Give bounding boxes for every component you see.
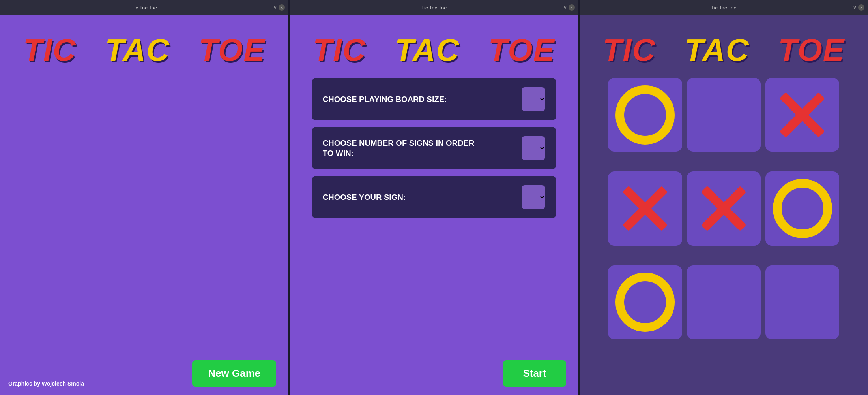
- cell-2-2[interactable]: [765, 265, 839, 339]
- window-title-2: Tic Tac Toe: [421, 5, 447, 11]
- sign-choice-label: CHOOSE YOUR SIGN:: [323, 192, 406, 202]
- title-tac-3: TAC: [685, 32, 749, 68]
- chevron-icon-2[interactable]: ∨: [563, 5, 567, 10]
- start-button[interactable]: Start: [503, 360, 566, 387]
- title-tac-1: TAC: [105, 32, 170, 68]
- title-tac-2: TAC: [395, 32, 460, 68]
- game-title-3: TIC TAC TOE: [602, 34, 845, 66]
- cell-2-0[interactable]: [608, 265, 682, 339]
- cell-0-0[interactable]: [608, 78, 682, 152]
- title-toe-3: TOE: [778, 32, 845, 68]
- cell-1-1[interactable]: [687, 171, 761, 245]
- chevron-icon-1[interactable]: ∨: [273, 5, 277, 10]
- game-board: [608, 78, 839, 354]
- titlebar-3: Tic Tac Toe ∨ ×: [580, 0, 868, 15]
- close-button-2[interactable]: ×: [569, 4, 575, 11]
- cell-1-2[interactable]: [765, 171, 839, 245]
- title-toe-1: TOE: [199, 32, 266, 68]
- game-title-1: TIC TAC TOE: [23, 34, 266, 66]
- titlebar-controls-3: ∨ ×: [853, 4, 864, 11]
- chevron-icon-3[interactable]: ∨: [853, 5, 857, 10]
- title-tic-2: TIC: [313, 32, 366, 68]
- signs-to-win-label: CHOOSE NUMBER OF SIGNS IN ORDER TO WIN:: [323, 138, 479, 158]
- cell-0-1[interactable]: [687, 78, 761, 152]
- titlebar-controls-1: ∨ ×: [273, 4, 285, 11]
- window-title-3: Tic Tac Toe: [711, 5, 737, 11]
- board-size-label: CHOOSE PLAYING BOARD SIZE:: [323, 94, 447, 104]
- sign-choice-select[interactable]: [522, 185, 545, 209]
- cell-0-2[interactable]: [765, 78, 839, 152]
- panel3-content: TIC TAC TOE: [580, 15, 868, 395]
- title-tic-3: TIC: [602, 32, 656, 68]
- panel-settings: Tic Tac Toe ∨ × TIC TAC TOE CHOOSE PLAYI…: [290, 0, 578, 395]
- symbol-x-3: [617, 181, 673, 236]
- setting-row-sign-choice: CHOOSE YOUR SIGN:: [312, 176, 556, 218]
- close-button-1[interactable]: ×: [279, 4, 285, 11]
- setting-row-signs-to-win: CHOOSE NUMBER OF SIGNS IN ORDER TO WIN:: [312, 127, 556, 169]
- game-title-2: TIC TAC TOE: [313, 34, 555, 66]
- cell-2-1[interactable]: [687, 265, 761, 339]
- cell-1-0[interactable]: [608, 171, 682, 245]
- graphics-credit: Graphics by Wojciech Smola: [8, 380, 84, 387]
- panel1-content: TIC TAC TOE Graphics by Wojciech Smola N…: [0, 15, 288, 395]
- title-toe-2: TOE: [488, 32, 555, 68]
- setting-row-board-size: CHOOSE PLAYING BOARD SIZE:: [312, 78, 556, 120]
- signs-to-win-select[interactable]: [522, 136, 545, 160]
- panel-start: Tic Tac Toe ∨ × TIC TAC TOE Graphics by …: [0, 0, 288, 395]
- symbol-x-2: [774, 87, 830, 142]
- new-game-button[interactable]: New Game: [192, 360, 276, 387]
- symbol-o-6: [615, 273, 675, 332]
- panel2-content: TIC TAC TOE CHOOSE PLAYING BOARD SIZE: C…: [290, 15, 578, 395]
- board-size-select[interactable]: [522, 87, 545, 111]
- symbol-o-0: [615, 85, 675, 145]
- title-tic-1: TIC: [23, 32, 77, 68]
- symbol-o-5: [773, 179, 832, 238]
- symbol-x-4: [696, 181, 751, 236]
- settings-container: CHOOSE PLAYING BOARD SIZE: CHOOSE NUMBER…: [312, 78, 556, 218]
- close-button-3[interactable]: ×: [858, 4, 864, 11]
- titlebar-controls-2: ∨ ×: [563, 4, 575, 11]
- titlebar-1: Tic Tac Toe ∨ ×: [0, 0, 288, 15]
- window-title-1: Tic Tac Toe: [131, 5, 157, 11]
- panel-game: Tic Tac Toe ∨ × TIC TAC TOE: [580, 0, 868, 395]
- titlebar-2: Tic Tac Toe ∨ ×: [290, 0, 578, 15]
